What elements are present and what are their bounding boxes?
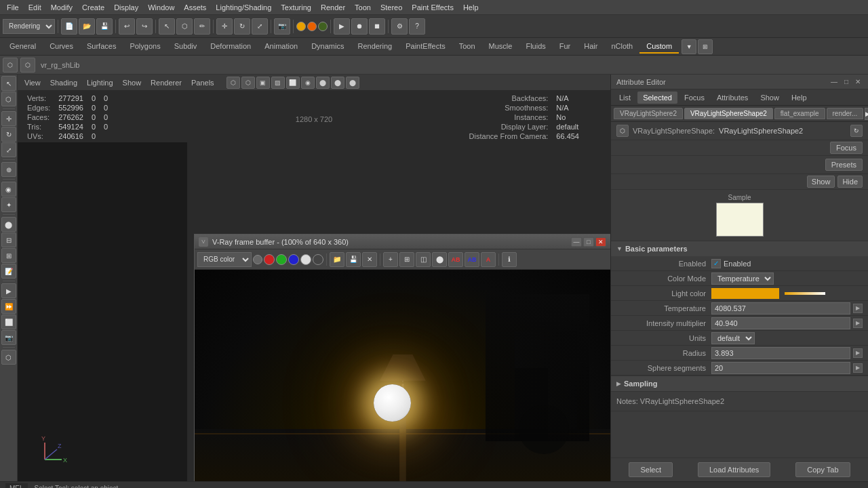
attr-units-dropdown[interactable]: default <box>711 332 755 344</box>
attr-load-attributes-btn[interactable]: Load Attributes <box>698 462 770 477</box>
shelf-tab-muscle[interactable]: Muscle <box>482 40 519 54</box>
tool-rotate[interactable]: ↻ <box>1 127 16 142</box>
shelf-icon-2[interactable]: ⊞ <box>698 39 713 54</box>
attr-shape-icon-expand[interactable]: ⬡ <box>616 125 629 137</box>
attr-sample-swatch[interactable] <box>716 203 764 237</box>
shelf-tab-toon[interactable]: Toon <box>452 40 482 54</box>
attr-sphere-segments-slider-btn[interactable]: ▶ <box>853 363 863 373</box>
tool-render-settings[interactable]: ▶ <box>1 283 16 298</box>
toolbar-camera[interactable]: 📷 <box>274 18 290 35</box>
attr-section-basic-header[interactable]: ▼ Basic parameters <box>611 241 868 256</box>
menu-item-paint[interactable]: Paint Effects <box>408 2 458 13</box>
vray-toolbar-compare[interactable]: ⊞ <box>399 252 414 267</box>
attr-temperature-slider-btn[interactable]: ▶ <box>853 304 863 313</box>
menu-item-create[interactable]: Create <box>78 2 108 13</box>
attr-shape-action-1[interactable]: ↻ <box>850 125 863 137</box>
status-mel-label[interactable]: MEL <box>5 483 28 488</box>
tool-measure[interactable]: ⊞ <box>1 248 16 263</box>
attr-presets-btn[interactable]: Presets <box>825 159 863 171</box>
toolbar-stop[interactable]: ⏹ <box>369 18 385 35</box>
toolbar-new-scene[interactable]: 📄 <box>61 18 77 35</box>
toolbar-rotate[interactable]: ↻ <box>234 18 250 35</box>
toolbar-select[interactable]: ↖ <box>159 18 175 35</box>
viewport-btn-9[interactable]: ⬤ <box>346 77 359 89</box>
vray-toolbar-lut[interactable]: ◫ <box>416 252 431 267</box>
toolbar-save[interactable]: 💾 <box>96 18 113 35</box>
vray-toolbar-circle-dark[interactable] <box>313 254 323 265</box>
vray-toolbar-folder[interactable]: 📁 <box>330 252 344 267</box>
attr-header-close-btn[interactable]: ✕ <box>853 77 863 86</box>
vray-toolbar-info[interactable]: ℹ <box>502 252 517 267</box>
tool-soft-mod[interactable]: ◉ <box>1 182 16 197</box>
vray-toolbar-ab1[interactable]: AB <box>448 252 463 267</box>
viewport-nav-renderer[interactable]: Renderer <box>148 77 184 88</box>
vray-render-content[interactable] <box>195 270 610 481</box>
mode-dropdown[interactable]: Rendering <box>3 19 55 34</box>
vray-toolbar-circle-gray[interactable] <box>253 255 262 264</box>
tool-lasso[interactable]: ⬡ <box>1 92 16 106</box>
attr-header-maximize-btn[interactable]: □ <box>842 77 850 86</box>
tool-show-manip[interactable]: ⬤ <box>1 217 16 232</box>
shelf-tab-ncloth[interactable]: nCloth <box>604 40 639 54</box>
shelf-tab-custom[interactable]: Custom <box>639 40 679 54</box>
shelf-tab-dynamics[interactable]: Dynamics <box>304 40 351 54</box>
vray-toolbar-ab2[interactable]: AB <box>465 252 479 267</box>
menu-item-render[interactable]: Render <box>317 2 349 13</box>
viewport-btn-7[interactable]: ⬤ <box>316 77 330 89</box>
attr-show-btn[interactable]: Show <box>807 176 835 188</box>
attr-temperature-input[interactable] <box>711 302 850 314</box>
viewport-btn-1[interactable]: ⬡ <box>226 77 240 89</box>
shelf-tab-painteffects[interactable]: PaintEffects <box>399 40 452 54</box>
toolbar-paint[interactable]: ✏ <box>194 18 210 35</box>
viewport-btn-3[interactable]: ▣ <box>256 77 270 89</box>
viewport-area[interactable]: View Shading Lighting Show Renderer Pane… <box>18 75 610 481</box>
attr-intensity-input[interactable] <box>711 317 850 329</box>
toolbar-scale[interactable]: ⤢ <box>252 18 268 35</box>
attr-tab-list[interactable]: List <box>614 92 636 104</box>
tool-universal[interactable]: ⊕ <box>1 162 16 177</box>
attr-select-btn[interactable]: Select <box>629 462 673 477</box>
toolbar-move[interactable]: ✛ <box>216 18 233 35</box>
vray-toolbar-circle-green[interactable] <box>276 254 287 265</box>
tool-scale[interactable]: ⤢ <box>1 142 16 157</box>
toolbar-redo[interactable]: ↪ <box>136 18 153 35</box>
attr-tab-show[interactable]: Show <box>755 92 785 104</box>
vray-toolbar-ab3[interactable]: A <box>481 252 496 267</box>
tool-annotation[interactable]: 📝 <box>1 264 16 279</box>
shelf-tab-surfaces[interactable]: Surfaces <box>80 40 123 54</box>
shelf-tab-general[interactable]: General <box>3 40 43 54</box>
vray-titlebar[interactable]: V V-Ray frame buffer - (100% of 640 x 36… <box>195 235 610 249</box>
tool-select[interactable]: ↖ <box>1 76 16 91</box>
shelf-tab-animation[interactable]: Animation <box>258 40 304 54</box>
shelf-tab-curves[interactable]: Curves <box>43 40 80 54</box>
toolbar-color-yellow[interactable] <box>296 22 306 31</box>
shelf-tab-hair[interactable]: Hair <box>577 40 604 54</box>
vray-toolbar-circle-blue[interactable] <box>288 254 299 265</box>
viewport-btn-8[interactable]: ⬤ <box>331 77 344 89</box>
shelf-node-icon-2[interactable]: ⬡ <box>20 58 35 73</box>
shelf-node-icon-1[interactable]: ⬡ <box>3 58 18 73</box>
attr-enabled-checkbox[interactable] <box>711 259 721 268</box>
attr-section-sampling-header[interactable]: ▶ Sampling <box>611 376 868 391</box>
vray-toolbar-viewer[interactable]: ⬤ <box>432 252 447 267</box>
attr-tab-attributes[interactable]: Attributes <box>711 92 753 104</box>
menu-item-assets[interactable]: Assets <box>180 2 210 13</box>
attr-radius-input[interactable] <box>711 347 850 359</box>
attr-node-tabs-nav[interactable]: ▶ <box>865 108 868 120</box>
viewport-btn-6[interactable]: ◉ <box>301 77 315 89</box>
attr-hide-btn[interactable]: Hide <box>837 176 863 188</box>
menu-item-edit[interactable]: Edit <box>24 2 45 13</box>
toolbar-open[interactable]: 📂 <box>79 18 95 35</box>
toolbar-undo[interactable]: ↩ <box>119 18 135 35</box>
tool-camera-tool[interactable]: 📷 <box>1 330 16 345</box>
shelf-tab-deformation[interactable]: Deformation <box>203 40 258 54</box>
menu-item-stereo[interactable]: Stereo <box>376 2 406 13</box>
shelf-tab-fluids[interactable]: Fluids <box>519 40 552 54</box>
toolbar-lasso[interactable]: ⬡ <box>176 18 193 35</box>
vray-toolbar-save[interactable]: 💾 <box>346 252 361 267</box>
vray-toolbar-circle-white[interactable] <box>300 254 311 265</box>
tool-hypershade[interactable]: ⬡ <box>1 350 16 365</box>
attr-node-tab-3[interactable]: render... <box>827 108 864 119</box>
viewport-btn-2[interactable]: ⬡ <box>241 77 255 89</box>
menu-item-file[interactable]: File <box>3 2 23 13</box>
